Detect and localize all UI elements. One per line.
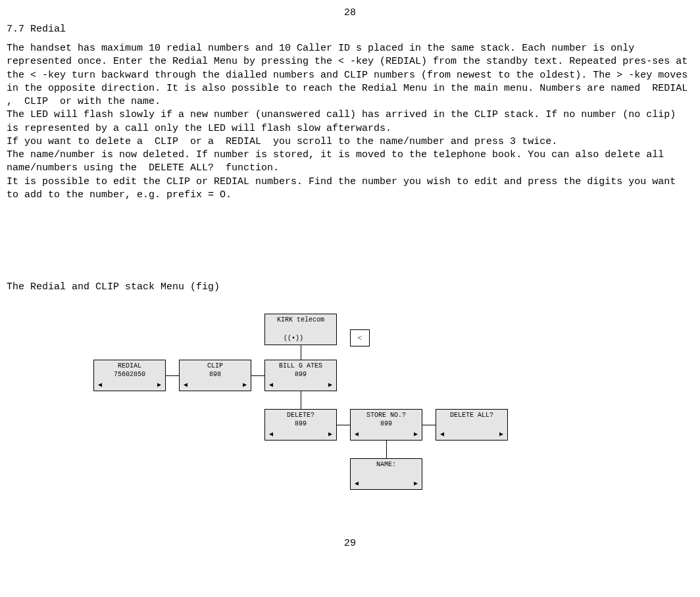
paragraph-4: The name/number is now deleted. If numbe… — [7, 149, 693, 176]
box-delete: DELETE? 899 ◀▶ — [264, 409, 337, 441]
menu-diagram: KIRK telecom ((•)) < REDIAL 75602850 ◀▶ … — [87, 314, 613, 537]
box-clip: CLIP 898 ◀▶ — [179, 360, 251, 391]
paragraph-1: The handset has maximum 10 redial number… — [7, 42, 693, 108]
box-storeno-l1: STORE NO.? — [351, 410, 422, 419]
paragraph-2: The LED will flash slowly if a new numbe… — [7, 108, 693, 135]
box-deleteall-l1: DELETE ALL? — [436, 410, 507, 419]
box-storeno-l2: 899 — [351, 419, 422, 428]
box-redial-l2: 75602850 — [94, 370, 165, 379]
box-store-no: STORE NO.? 899 ◀▶ — [350, 409, 422, 441]
box-redial: REDIAL 75602850 ◀▶ — [93, 360, 166, 391]
box-kirk-line1: KIRK telecom — [265, 314, 336, 324]
tri-right-icon: ▶ — [157, 381, 161, 389]
tri-left-icon: ◀ — [355, 479, 359, 488]
tri-right-icon: ▶ — [499, 430, 503, 439]
tri-right-icon: ▶ — [414, 479, 418, 488]
box-billgates-l1: BILL G ATES — [265, 360, 336, 370]
tri-right-icon: ▶ — [243, 381, 247, 389]
figure-caption: The Redial and CLIP stack Menu (fig) — [7, 281, 693, 294]
box-billgates: BILL G ATES 899 ◀▶ — [264, 360, 337, 391]
section-title: 7.7 Redial — [7, 23, 693, 36]
tri-left-icon: ◀ — [269, 430, 273, 439]
box-name: NAME: ◀▶ — [350, 458, 422, 490]
box-billgates-l2: 899 — [265, 370, 336, 379]
box-redial-l1: REDIAL — [94, 360, 165, 370]
box-name-l1: NAME: — [351, 459, 422, 469]
box-clip-l1: CLIP — [180, 360, 251, 370]
tri-left-icon: ◀ — [355, 430, 359, 439]
box-clip-l2: 898 — [180, 370, 251, 379]
page-number-bottom: 29 — [7, 537, 693, 550]
tri-right-icon: ▶ — [414, 430, 418, 439]
box-delete-l2: 899 — [265, 419, 336, 428]
paragraph-5: It is possible to edit the CLIP or REDIA… — [7, 176, 693, 203]
box-kirk-telecom: KIRK telecom ((•)) — [264, 314, 337, 345]
tri-right-icon: ▶ — [328, 381, 332, 389]
tri-left-icon: ◀ — [440, 430, 444, 439]
tri-left-icon: ◀ — [184, 381, 188, 389]
box-delete-l1: DELETE? — [265, 410, 336, 419]
key-less-than: < — [350, 329, 370, 346]
tri-right-icon: ▶ — [328, 430, 332, 439]
page-number-top: 28 — [7, 7, 693, 20]
box-delete-all: DELETE ALL? ◀▶ — [436, 409, 508, 441]
tri-left-icon: ◀ — [98, 381, 102, 389]
tri-left-icon: ◀ — [269, 381, 273, 389]
signal-icon: ((•)) — [284, 334, 303, 343]
paragraph-3: If you want to delete a CLIP or a REDIAL… — [7, 135, 693, 149]
